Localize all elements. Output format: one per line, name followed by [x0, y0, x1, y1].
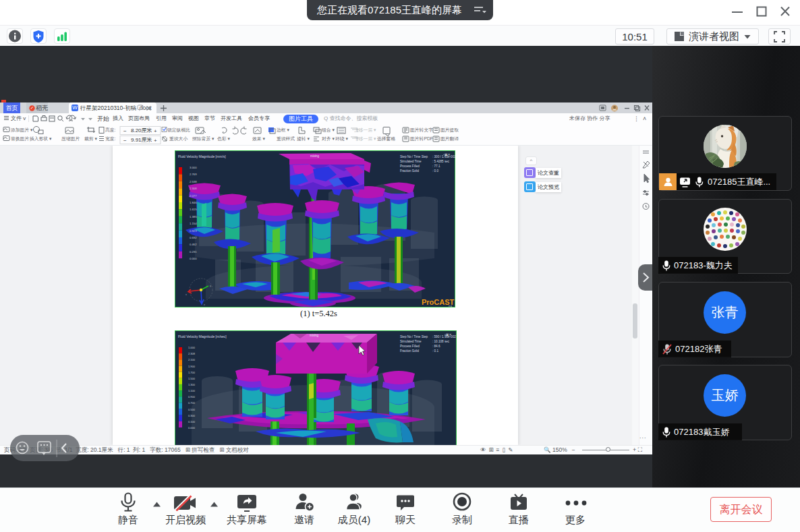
svg-text:: 5.4285 sec: : 5.4285 sec [432, 160, 450, 163]
svg-text:Process Filled: Process Filled [400, 165, 420, 168]
svg-text:1.700: 1.700 [188, 371, 196, 374]
svg-text:1.100: 1.100 [188, 389, 196, 392]
svg-text:2.308: 2.308 [190, 187, 197, 190]
svg-text:y: y [210, 284, 211, 287]
svg-text:插入形状 ▾: 插入形状 ▾ [30, 136, 52, 142]
svg-text:1.900: 1.900 [188, 365, 196, 368]
svg-text:Step No / Time Step: Step No / Time Step [400, 335, 428, 338]
svg-text:0.000: 0.000 [190, 257, 197, 260]
svg-text:2.538: 2.538 [190, 180, 197, 183]
svg-text:边框 ▾: 边框 ▾ [277, 127, 289, 132]
svg-text:+: + [154, 138, 157, 144]
svg-text:0.500: 0.500 [188, 408, 196, 411]
svg-text:0.923: 0.923 [190, 229, 197, 233]
svg-text:▫▣✕: ▫▣✕ [443, 152, 451, 156]
svg-text:抠除背景 ▾: 抠除背景 ▾ [192, 136, 215, 142]
svg-text:9.91厘米: 9.91厘米 [131, 137, 152, 143]
svg-text:添加图片 ▾: 添加图片 ▾ [11, 127, 33, 133]
svg-text:1.154: 1.154 [190, 222, 197, 225]
svg-text:宽度:: 宽度: [105, 136, 116, 142]
svg-text:−: − [123, 128, 127, 134]
svg-text:2.077: 2.077 [190, 194, 197, 198]
svg-text:Fluid Velocity Magnitude [mm/s: Fluid Velocity Magnitude [mm/s] [178, 154, 226, 158]
svg-text:图片翻译: 图片翻译 [440, 136, 459, 142]
svg-text:: 77.1: : 77.1 [432, 165, 440, 168]
svg-text:图片转文字: 图片转文字 [410, 127, 433, 133]
svg-text:Fraction Solid: Fraction Solid [400, 169, 420, 173]
svg-text:重设样式: 重设样式 [277, 136, 295, 141]
svg-text:+: + [154, 128, 157, 134]
svg-text:Fluid Velocity Magnitude [m/se: Fluid Velocity Magnitude [m/sec] [178, 334, 227, 338]
svg-text:mixing: mixing [310, 154, 320, 158]
svg-text:0.000: 0.000 [188, 426, 196, 430]
svg-text:效果 ▾: 效果 ▾ [252, 136, 265, 142]
svg-text:Simulated Time: Simulated Time [400, 160, 422, 163]
svg-text:1.500: 1.500 [188, 377, 196, 380]
svg-text:mixing: mixing [310, 334, 319, 337]
svg-text:上移一层 ▾: 上移一层 ▾ [354, 127, 376, 133]
svg-text:0.231: 0.231 [190, 250, 197, 254]
svg-text:压缩图片: 压缩图片 [61, 136, 80, 142]
svg-text:0.692: 0.692 [190, 236, 197, 239]
svg-text:0.900: 0.900 [188, 395, 196, 398]
svg-text:组合 ▾: 组合 ▾ [322, 127, 335, 132]
svg-text:环绕 ▾: 环绕 ▾ [335, 136, 348, 141]
svg-text:对齐 ▾: 对齐 ▾ [322, 136, 335, 141]
svg-text:1.300: 1.300 [188, 383, 196, 386]
svg-text:1.615: 1.615 [190, 208, 197, 211]
svg-text:高度:: 高度: [105, 127, 116, 133]
svg-text:1.000: 1.000 [188, 346, 196, 349]
svg-text:替换图片: 替换图片 [11, 136, 29, 142]
svg-text:1.385: 1.385 [190, 215, 197, 218]
svg-text:▫▣✕: ▫▣✕ [445, 332, 452, 336]
svg-text:2.769: 2.769 [190, 173, 197, 176]
svg-text:x: x [185, 293, 187, 296]
svg-text:Simulated Time: Simulated Time [400, 340, 422, 343]
svg-text:Process Filled: Process Filled [400, 345, 420, 348]
svg-text:8.20厘米: 8.20厘米 [131, 127, 152, 134]
svg-text:Fraction Solid: Fraction Solid [400, 349, 420, 353]
svg-text:e-g: e-g [449, 305, 452, 307]
svg-text:0.300: 0.300 [188, 414, 196, 417]
svg-text:重设大小: 重设大小 [169, 136, 188, 141]
svg-text:Step No / Time Step: Step No / Time Step [400, 155, 428, 158]
svg-text:2.308: 2.308 [188, 352, 196, 355]
svg-text:旋转 ▾: 旋转 ▾ [297, 136, 310, 142]
svg-text:0.700: 0.700 [188, 401, 196, 405]
svg-text:裁剪 ▾: 裁剪 ▾ [84, 136, 97, 142]
svg-text:选择窗格: 选择窗格 [377, 136, 395, 142]
svg-text:色彩 ▾: 色彩 ▾ [217, 136, 230, 142]
svg-text:锁定纵横比: 锁定纵横比 [167, 127, 190, 133]
svg-text:: 84.6: : 84.6 [432, 345, 440, 348]
svg-text:0.100: 0.100 [188, 420, 196, 423]
svg-text:z: z [204, 303, 205, 306]
svg-text:1.846: 1.846 [190, 201, 197, 204]
svg-text:0.462: 0.462 [190, 243, 197, 246]
svg-text:2.100: 2.100 [188, 358, 196, 361]
svg-text:: 0.1: : 0.1 [432, 349, 438, 353]
svg-text:: 10.108 sec: : 10.108 sec [432, 340, 450, 343]
svg-text:图片转PDF: 图片转PDF [410, 136, 433, 142]
svg-text:: 0.0: : 0.0 [432, 169, 438, 173]
svg-text:图片提取: 图片提取 [440, 127, 459, 133]
svg-text:下移一层 ▾: 下移一层 ▾ [354, 136, 376, 142]
svg-text:3.000: 3.000 [190, 166, 197, 169]
svg-text:−: − [123, 138, 127, 144]
